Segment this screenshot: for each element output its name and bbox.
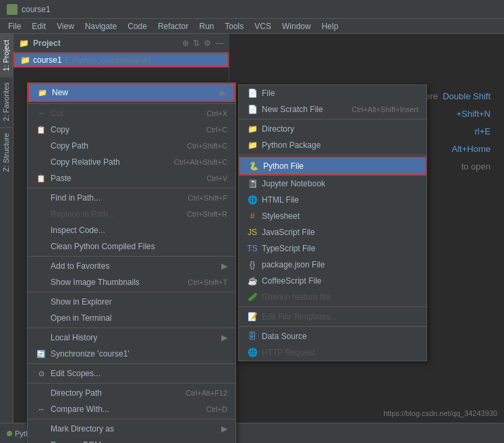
ctx-copy-shortcut: Ctrl+C xyxy=(206,126,227,134)
ctx-local-history[interactable]: Local History ▶ xyxy=(28,330,235,346)
python-console-dot xyxy=(7,431,12,436)
ctx-thumbnails[interactable]: Show Image Thumbnails Ctrl+Shift+T xyxy=(28,274,235,290)
panel-icon-sort[interactable]: ⇅ xyxy=(193,38,200,48)
sidebar-item-favorites[interactable]: 2: Favorites xyxy=(0,76,13,126)
new-icon: 📁 xyxy=(37,87,48,98)
ctx-copy-relative-shortcut: Ctrl+Alt+Shift+C xyxy=(174,158,227,166)
history-icon xyxy=(36,332,47,343)
inspect-icon xyxy=(36,225,47,236)
markdir-icon xyxy=(36,423,47,434)
favorites-icon xyxy=(36,261,47,271)
ctx-edit-scopes[interactable]: ⊙ Edit Scopes... xyxy=(28,365,235,382)
submenu-gherkin-label: Gherkin feature file xyxy=(262,292,330,302)
ctx-paste[interactable]: 📋 Paste Ctrl+V xyxy=(28,170,235,186)
ctx-terminal-label: Open in Terminal xyxy=(51,313,112,323)
scratch-icon: 📄 xyxy=(247,104,258,115)
ctx-scopes-label: Edit Scopes... xyxy=(51,369,101,378)
copy-relative-icon xyxy=(36,157,47,167)
menu-bar: File Edit View Navigate Code Refactor Ru… xyxy=(0,19,504,34)
ctx-remove-bom[interactable]: Remove BOM xyxy=(28,437,235,443)
ctx-divider-5 xyxy=(28,328,235,328)
ctx-dirpath-label: Directory Path xyxy=(51,388,102,398)
ctx-compare-label: Compare With... xyxy=(51,405,109,414)
submenu-packagejson-label: package.json File xyxy=(262,260,325,269)
submenu-css[interactable]: # Stylesheet xyxy=(239,208,426,224)
copy-path-icon xyxy=(36,140,47,151)
menu-window[interactable]: Window xyxy=(277,20,316,32)
menu-refactor[interactable]: Refactor xyxy=(152,20,194,32)
submenu-directory[interactable]: 📁 Directory xyxy=(239,121,426,137)
ctx-copy-path-label: Copy Path xyxy=(51,141,88,151)
ctx-clean[interactable]: Clean Python Compiled Files xyxy=(28,238,235,255)
ctx-copy[interactable]: 📋 Copy Ctrl+C xyxy=(28,122,235,138)
menu-navigate[interactable]: Navigate xyxy=(80,20,122,32)
hint-shiftn: +Shift+N xyxy=(456,109,491,119)
menu-vcs[interactable]: VCS xyxy=(249,20,277,32)
ctx-sync-label: Synchronize 'course1' xyxy=(51,349,130,359)
ctx-new[interactable]: 📁 New ▶ 📄 File 📄 New Scratch File Ctrl+A… xyxy=(28,83,235,102)
menu-edit[interactable]: Edit xyxy=(26,20,51,32)
tree-root-item[interactable]: 📁 course1 E:\Python_course\course1 xyxy=(13,53,229,68)
menu-tools[interactable]: Tools xyxy=(219,20,249,32)
ctx-divider-4 xyxy=(28,292,235,292)
ctx-find-path[interactable]: Find in Path... Ctrl+Shift+F xyxy=(28,190,235,206)
submenu-jupyter[interactable]: 📓 Jupyter Notebook xyxy=(239,176,426,192)
menu-code[interactable]: Code xyxy=(122,20,152,32)
menu-file[interactable]: File xyxy=(3,20,26,32)
ctx-dir-path[interactable]: Directory Path Ctrl+Alt+F12 xyxy=(28,385,235,401)
hint-ctrle: rl+E xyxy=(475,126,491,136)
menu-view[interactable]: View xyxy=(51,20,80,32)
submenu-coffee[interactable]: ☕ CoffeeScript File xyxy=(239,273,426,289)
ctx-explorer-label: Show in Explorer xyxy=(51,297,112,307)
submenu-pypackage-label: Python Package xyxy=(262,140,320,150)
menu-help[interactable]: Help xyxy=(316,20,344,32)
ctx-find-label: Find in Path... xyxy=(51,193,101,203)
ctx-open-terminal[interactable]: Open in Terminal xyxy=(28,310,235,326)
explorer-icon xyxy=(36,296,47,307)
panel-icon-minimize[interactable]: — xyxy=(215,38,223,48)
ctx-compare[interactable]: ↔ Compare With... Ctrl+D xyxy=(28,401,235,417)
submenu-gherkin: 🥒 Gherkin feature file xyxy=(239,289,426,305)
submenu-ts-label: TypeScript File xyxy=(262,244,315,253)
submenu-datasource-label: Data Source xyxy=(262,332,307,341)
ctx-inspect[interactable]: Inspect Code... xyxy=(28,222,235,238)
compare-icon: ↔ xyxy=(36,404,47,415)
ctx-synchronize[interactable]: 🔄 Synchronize 'course1' xyxy=(28,346,235,362)
submenu-python-package[interactable]: 📁 Python Package xyxy=(239,137,426,153)
ctx-favorites[interactable]: Add to Favorites ▶ xyxy=(28,258,235,274)
sync-icon: 🔄 xyxy=(36,348,47,359)
menu-run[interactable]: Run xyxy=(194,20,219,32)
submenu-python-file[interactable]: 🐍 Python File xyxy=(239,157,426,176)
submenu-packagejson[interactable]: {} package.json File xyxy=(239,257,426,273)
ctx-copy-relative[interactable]: Copy Relative Path Ctrl+Alt+Shift+C xyxy=(28,154,235,170)
sidebar-item-project[interactable]: 1: Project xyxy=(0,34,13,76)
submenu-coffee-label: CoffeeScript File xyxy=(262,276,321,286)
css-icon: # xyxy=(247,211,258,222)
context-menu: 📁 New ▶ 📄 File 📄 New Scratch File Ctrl+A… xyxy=(27,82,236,443)
submenu-scratch-file[interactable]: 📄 New Scratch File Ctrl+Alt+Shift+Insert xyxy=(239,101,426,118)
panel-icon-settings[interactable]: ⚙ xyxy=(204,38,211,48)
sidebar-item-structure[interactable]: Z: Structure xyxy=(0,127,13,177)
ctx-copy-path[interactable]: Copy Path Ctrl+Shift+C xyxy=(28,138,235,154)
ctx-cut-label: Cut xyxy=(51,109,63,118)
ctx-removebom-label: Remove BOM xyxy=(51,440,101,443)
ctx-show-explorer[interactable]: Show in Explorer xyxy=(28,294,235,310)
ctx-compare-shortcut: Ctrl+D xyxy=(206,405,227,413)
submenu-html[interactable]: 🌐 HTML File xyxy=(239,192,426,208)
submenu-file[interactable]: 📄 File xyxy=(239,85,426,101)
sub-divider-1 xyxy=(239,119,426,120)
removebom-icon xyxy=(36,440,47,443)
cut-icon: ✂ xyxy=(36,108,47,119)
submenu-js[interactable]: JS JavaScript File xyxy=(239,224,426,240)
hint-doubleshiftkw: Double Shift xyxy=(443,91,491,101)
ctx-divider-6 xyxy=(28,363,235,364)
ctx-mark-dir[interactable]: Mark Directory as ▶ xyxy=(28,421,235,437)
directory-icon: 📁 xyxy=(247,124,258,134)
submenu-jupyter-label: Jupyter Notebook xyxy=(262,179,325,188)
panel-icon-add[interactable]: ⊕ xyxy=(182,38,189,48)
submenu-datasource[interactable]: 🗄 Data Source xyxy=(239,328,426,344)
ts-icon: TS xyxy=(247,243,258,254)
submenu-css-label: Stylesheet xyxy=(262,211,300,221)
submenu-ts[interactable]: TS TypeScript File xyxy=(239,240,426,257)
ctx-history-label: Local History xyxy=(51,333,97,342)
